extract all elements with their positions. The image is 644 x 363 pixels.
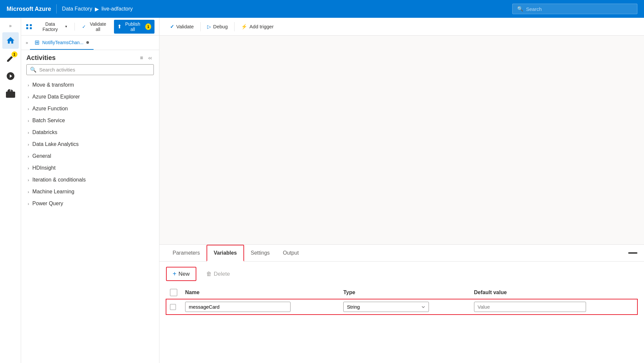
toolbar-separator	[74, 23, 75, 31]
pipeline-tab-label: NotifiyTeamsChan...	[42, 40, 83, 45]
breadcrumb-arrow: ▶	[95, 6, 99, 12]
global-search[interactable]: 🔍	[512, 4, 637, 14]
activities-search-input[interactable]	[39, 67, 150, 72]
minimize-panel-btn[interactable]	[628, 252, 637, 254]
collapse-panel-btn[interactable]: ‹‹	[146, 54, 154, 62]
bottom-tab-bar: Parameters Variables Settings Output	[159, 245, 644, 262]
default-value-cell	[470, 299, 637, 315]
brand-name: Microsoft Azure	[7, 6, 51, 13]
tab-output[interactable]: Output	[276, 245, 305, 261]
data-factory-icon	[26, 23, 32, 30]
activity-label: General	[32, 153, 51, 159]
select-all-checkbox[interactable]	[170, 289, 177, 296]
activity-label: Machine Learning	[32, 189, 74, 195]
unsaved-indicator	[86, 41, 89, 44]
activity-item[interactable]: › General	[24, 150, 156, 162]
name-col-label: Name	[185, 290, 200, 295]
type-column-header: Type	[339, 286, 470, 299]
data-factory-btn[interactable]: Data Factory ▾	[35, 20, 70, 34]
activity-item[interactable]: › Azure Function	[24, 103, 156, 115]
trigger-icon: ⚡	[241, 24, 247, 30]
variable-name-input[interactable]	[185, 302, 291, 312]
default-value-column-header: Default value	[470, 286, 637, 299]
validate-checkmark-icon: ✓	[170, 24, 174, 30]
chevron-icon: ›	[28, 118, 29, 123]
variables-table: Name Type Default value	[166, 286, 637, 315]
breadcrumb-factory: live-adfactory	[101, 6, 133, 12]
sidebar-icon-monitor[interactable]	[2, 68, 19, 84]
activity-item[interactable]: › HDInsight	[24, 162, 156, 174]
pipeline-tab-icon: ⊞	[35, 39, 40, 46]
data-factory-label: Data Factory	[38, 21, 62, 32]
activity-item[interactable]: › Machine Learning	[24, 186, 156, 198]
debug-btn[interactable]: ▷ Debug	[203, 22, 232, 32]
activities-search-box[interactable]: 🔍	[26, 64, 154, 75]
chevron-icon: ›	[28, 189, 29, 194]
tab-variables[interactable]: Variables	[207, 245, 244, 262]
settings-tab-label: Settings	[251, 250, 270, 256]
svg-rect-3	[30, 27, 32, 29]
pipeline-tab-bar: » ⊞ NotifiyTeamsChan...	[21, 36, 159, 50]
validate-btn[interactable]: ✓ Validate	[166, 22, 198, 32]
svg-rect-1	[30, 24, 32, 26]
icon-sidebar: » 1	[0, 18, 21, 363]
activity-item[interactable]: › Data Lake Analytics	[24, 138, 156, 150]
new-label: New	[179, 271, 190, 277]
tab-bar-chevron[interactable]: »	[24, 40, 30, 45]
validate-all-btn[interactable]: ✓ Validate all	[79, 20, 111, 34]
toolbar-div2	[234, 22, 235, 31]
activity-item[interactable]: › Batch Service	[24, 115, 156, 126]
activity-item[interactable]: › Databricks	[24, 126, 156, 138]
activity-item[interactable]: › Iteration & conditionals	[24, 174, 156, 186]
delete-label: Delete	[214, 271, 230, 277]
toolbar-div1	[200, 22, 201, 31]
sidebar-icon-author[interactable]: 1	[2, 50, 19, 67]
home-icon	[6, 36, 15, 45]
canvas-toolbar: ✓ Validate ▷ Debug ⚡ Add trigger	[159, 18, 644, 36]
add-trigger-btn[interactable]: ⚡ Add trigger	[237, 22, 277, 32]
tab-settings[interactable]: Settings	[244, 245, 276, 261]
search-input[interactable]	[526, 6, 632, 12]
activity-item[interactable]: › Move & transform	[24, 79, 156, 91]
variable-type-select[interactable]: String Boolean Integer Array	[343, 302, 429, 312]
svg-rect-0	[26, 24, 28, 26]
variable-default-value-input[interactable]	[474, 302, 586, 312]
top-nav: Microsoft Azure Data Factory ▶ live-adfa…	[0, 0, 644, 18]
activities-title: Activities	[26, 54, 56, 62]
sidebar-icon-toolbox[interactable]	[2, 86, 19, 102]
activities-panel: Data Factory ▾ ✓ Validate all ⬆ Publish …	[21, 18, 159, 363]
new-variable-btn[interactable]: + New	[166, 267, 196, 281]
activity-item[interactable]: › Azure Data Explorer	[24, 91, 156, 103]
checkmark-icon: ✓	[82, 24, 86, 29]
activity-label: Data Lake Analytics	[32, 141, 79, 147]
add-trigger-label: Add trigger	[249, 24, 273, 29]
publish-all-btn[interactable]: ⬆ Publish all 1	[114, 20, 154, 34]
row-checkbox[interactable]	[170, 304, 176, 310]
breadcrumb: Data Factory ▶ live-adfactory	[62, 6, 133, 12]
action-bar: + New 🗑 Delete	[166, 267, 637, 281]
main-area: ✓ Validate ▷ Debug ⚡ Add trigger Paramet…	[159, 18, 644, 363]
debug-label: Debug	[213, 24, 228, 29]
delete-variable-btn[interactable]: 🗑 Delete	[200, 268, 236, 280]
sidebar-collapse-btn[interactable]: »	[0, 20, 21, 31]
collapse-all-btn[interactable]: ≡	[138, 54, 145, 62]
chevron-icon: ›	[28, 130, 29, 135]
activity-item[interactable]: › Power Query	[24, 198, 156, 209]
breadcrumb-df: Data Factory	[62, 6, 92, 12]
collapse-buttons: ≡ ‹‹	[138, 54, 154, 62]
bottom-panel: Parameters Variables Settings Output +	[159, 244, 644, 363]
chevron-icon: ›	[28, 154, 29, 159]
select-all-header	[166, 286, 181, 299]
activities-header: Activities ≡ ‹‹	[21, 50, 159, 64]
search-icon: 🔍	[517, 6, 523, 12]
plus-icon: +	[173, 270, 177, 278]
sub-toolbar: Data Factory ▾ ✓ Validate all ⬆ Publish …	[21, 18, 159, 36]
name-cell	[181, 299, 339, 315]
validate-all-label: Validate all	[88, 21, 108, 32]
sidebar-icon-home[interactable]	[2, 32, 19, 49]
publish-all-label: Publish all	[124, 21, 142, 32]
tab-parameters[interactable]: Parameters	[166, 245, 207, 261]
pipeline-tab[interactable]: ⊞ NotifiyTeamsChan...	[30, 36, 93, 50]
nav-divider	[56, 4, 57, 14]
df-chevron-icon: ▾	[65, 24, 67, 29]
